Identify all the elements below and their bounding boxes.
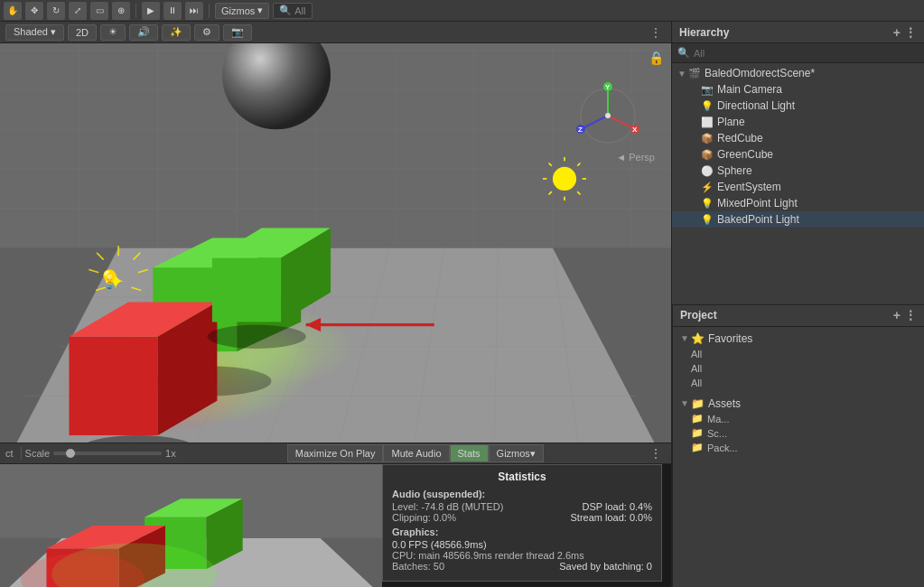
project-menu-icon[interactable]: ⋮ bbox=[904, 308, 917, 322]
toolbar-icon-transform[interactable]: ⊕ bbox=[112, 2, 130, 20]
assets-label: Assets bbox=[708, 397, 741, 410]
assets-sub-1-label: Ma... bbox=[707, 414, 729, 424]
project-add-icon[interactable]: + bbox=[893, 308, 901, 322]
scale-thumb bbox=[66, 449, 75, 458]
hierarchy-item-sphere[interactable]: ⚪ Sphere ⋮ bbox=[672, 163, 924, 179]
game-sep bbox=[21, 447, 22, 460]
assets-arrow: ▼ bbox=[680, 398, 691, 408]
toolbar-icon-pause[interactable]: ⏸ bbox=[163, 2, 182, 20]
stats-title: Statistics bbox=[392, 471, 652, 483]
shaded-btn[interactable]: Shaded ▾ bbox=[5, 24, 64, 41]
audio-section: Audio (suspended): Level: -74.8 dB (MUTE… bbox=[392, 489, 652, 523]
toolbar-icon-move[interactable]: ✥ bbox=[25, 2, 43, 20]
scene-three-dot[interactable]: ⋮ bbox=[646, 25, 666, 40]
favorites-all-1[interactable]: All bbox=[677, 347, 920, 361]
project-header-icons: + ⋮ bbox=[893, 308, 917, 322]
hierarchy-add-icon[interactable]: + bbox=[893, 25, 901, 40]
hierarchy-search-icon: 🔍 bbox=[677, 47, 690, 59]
camera-icon: 📷 bbox=[701, 84, 714, 96]
green-cube-label: GreenCube bbox=[717, 148, 919, 161]
hierarchy-search-input[interactable] bbox=[694, 48, 919, 59]
camera-btn[interactable]: 📷 bbox=[223, 24, 252, 41]
game-gizmos-arrow: ▾ bbox=[530, 448, 536, 460]
project-title: Project bbox=[680, 309, 893, 321]
toolbar-icon-rotate[interactable]: ↻ bbox=[47, 2, 65, 20]
project-header: Project + ⋮ bbox=[673, 305, 924, 327]
hierarchy-search-bar[interactable]: 🔍 bbox=[672, 43, 924, 63]
favorites-folder[interactable]: ▼ ⭐ Favorites bbox=[677, 331, 920, 347]
favorites-all-2[interactable]: All bbox=[677, 361, 920, 376]
fps-label: 0.0 FPS (48566.9ms) bbox=[392, 539, 487, 550]
gizmos-dropdown[interactable]: Gizmos ▾ bbox=[215, 3, 269, 19]
stats-panel: Statistics Audio (suspended): Level: -74… bbox=[382, 464, 662, 582]
graphics-title: Graphics: bbox=[392, 526, 652, 537]
scale-slider[interactable] bbox=[53, 452, 162, 455]
scene-name: BaledOmdorectScene* bbox=[705, 67, 919, 79]
game-preview-svg bbox=[0, 464, 382, 587]
toolbar-icon-step[interactable]: ⏭ bbox=[185, 2, 203, 20]
audio-btn[interactable]: 🔊 bbox=[129, 24, 158, 41]
scene-arrow-icon: ▼ bbox=[677, 69, 688, 79]
toolbar-icon-play[interactable]: ▶ bbox=[142, 2, 160, 20]
toolbar-icon-hand[interactable]: ✋ bbox=[4, 2, 22, 20]
toolbar-sep-1 bbox=[135, 4, 136, 18]
scene-search[interactable]: 🔍 All bbox=[273, 3, 312, 19]
saved-label: Saved by batching: 0 bbox=[559, 561, 652, 572]
assets-sub-1-icon: 📁 bbox=[691, 413, 704, 424]
eventsys-icon: ⚡ bbox=[701, 182, 714, 193]
hierarchy-item-main-camera[interactable]: 📷 Main Camera ⋮ bbox=[672, 81, 924, 98]
sphere-label: Sphere bbox=[717, 164, 919, 177]
top-toolbar: ✋ ✥ ↻ ⤢ ▭ ⊕ ▶ ⏸ ⏭ Gizmos ▾ 🔍 All bbox=[0, 0, 924, 22]
plane-icon: ⬜ bbox=[701, 116, 714, 128]
favorites-all-3[interactable]: All bbox=[677, 376, 920, 390]
fx-btn[interactable]: ✨ bbox=[162, 24, 191, 41]
assets-sub-1[interactable]: 📁 Ma... bbox=[677, 412, 920, 426]
maximize-on-play-btn[interactable]: Maximize On Play bbox=[287, 444, 384, 462]
svg-point-55 bbox=[553, 167, 576, 191]
hierarchy-item-dir-light[interactable]: 💡 Directional Light ⋮ bbox=[672, 98, 924, 114]
assets-sub-2[interactable]: 📁 Sc... bbox=[677, 426, 920, 441]
search-placeholder: All bbox=[294, 5, 305, 16]
toolbar-icon-scale[interactable]: ⤢ bbox=[69, 2, 87, 20]
favorites-label: Favorites bbox=[708, 332, 752, 345]
assets-sub-3[interactable]: 📁 Pack... bbox=[677, 441, 920, 455]
assets-sub-2-icon: 📁 bbox=[691, 427, 704, 439]
gizmos-label: Gizmos bbox=[221, 5, 255, 16]
hierarchy-item-mixedpoint[interactable]: 💡 MixedPoint Light ⋮ bbox=[672, 195, 924, 211]
hierarchy-item-greencube[interactable]: 📦 GreenCube ⋮ bbox=[672, 146, 924, 163]
favorites-star-icon: ⭐ bbox=[691, 332, 705, 345]
scene-background: ✦ 💡 bbox=[0, 43, 671, 443]
scene-toolbar: Shaded ▾ 2D ☀ 🔊 ✨ ⚙ 📷 ⋮ bbox=[0, 22, 671, 43]
scene-viewport[interactable]: ✦ 💡 bbox=[0, 43, 671, 443]
hierarchy-scene-root[interactable]: ▼ 🎬 BaledOmdorectScene* ⋮ bbox=[672, 65, 924, 81]
stream-label: Stream load: 0.0% bbox=[571, 512, 653, 523]
mute-audio-btn[interactable]: Mute Audio bbox=[383, 444, 449, 462]
2d-btn[interactable]: 2D bbox=[68, 24, 97, 41]
audio-title: Audio (suspended): bbox=[392, 489, 652, 499]
dsp-label: DSP load: 0.4% bbox=[583, 501, 652, 512]
gizmo-widget[interactable]: Y X Z bbox=[572, 79, 644, 152]
audio-row-2: Clipping: 0.0% Stream load: 0.0% bbox=[392, 512, 652, 523]
hierarchy-item-plane[interactable]: ⬜ Plane ⋮ bbox=[672, 114, 924, 130]
baked-point-label: BakedPoint Light bbox=[717, 213, 919, 226]
game-three-dot[interactable]: ⋮ bbox=[646, 446, 666, 461]
hierarchy-item-eventsystem[interactable]: ⚡ EventSystem ⋮ bbox=[672, 179, 924, 195]
hierarchy-tree: ▼ 🎬 BaledOmdorectScene* ⋮ 📷 Main Camera … bbox=[672, 63, 924, 304]
light-btn[interactable]: ☀ bbox=[100, 24, 126, 41]
greencube-icon: 📦 bbox=[701, 149, 714, 161]
scale-value: 1x bbox=[165, 448, 176, 459]
red-cube-label: RedCube bbox=[717, 132, 919, 144]
stats-btn[interactable]: Stats bbox=[450, 444, 489, 462]
lock-icon[interactable]: 🔒 bbox=[649, 51, 664, 65]
hierarchy-item-redcube[interactable]: 📦 RedCube ⋮ bbox=[672, 130, 924, 146]
toolbar-icon-rect[interactable]: ▭ bbox=[90, 2, 108, 20]
gizmos-arrow: ▾ bbox=[257, 5, 263, 16]
game-toolbar: ct Scale 1x Maximize On Play Mute Audio … bbox=[0, 443, 671, 464]
scene-settings-btn[interactable]: ⚙ bbox=[194, 24, 219, 41]
hierarchy-header: Hierarchy + ⋮ bbox=[672, 22, 924, 43]
game-gizmos-btn[interactable]: Gizmos ▾ bbox=[489, 444, 544, 462]
hierarchy-menu-icon[interactable]: ⋮ bbox=[904, 25, 917, 40]
assets-folder[interactable]: ▼ 📁 Assets bbox=[677, 396, 920, 412]
hierarchy-item-bakedpoint[interactable]: 💡 BakedPoint Light ⋮ bbox=[672, 211, 924, 228]
toolbar-sep-2 bbox=[209, 4, 210, 18]
